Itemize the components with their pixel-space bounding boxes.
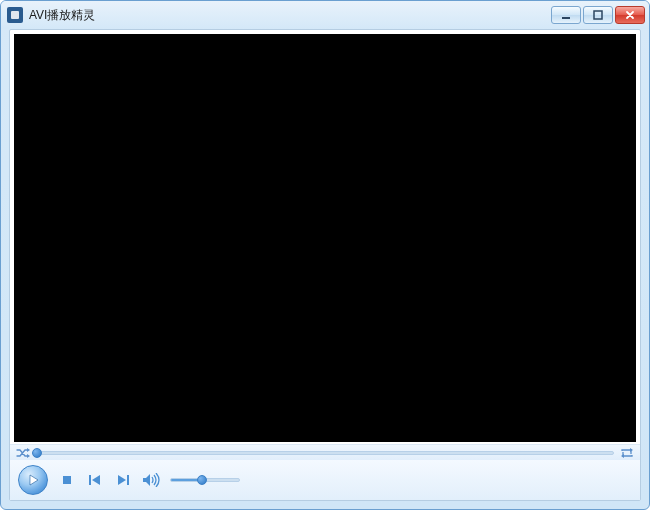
app-icon [7, 7, 23, 23]
controls-row [10, 460, 640, 500]
seek-thumb[interactable] [32, 448, 42, 458]
svg-rect-0 [11, 11, 19, 19]
svg-rect-3 [63, 476, 71, 484]
seekbar-row [10, 444, 640, 460]
volume-icon[interactable] [142, 471, 160, 489]
video-area[interactable] [14, 34, 636, 442]
svg-rect-5 [127, 475, 129, 485]
repeat-icon[interactable] [620, 448, 634, 458]
volume-slider[interactable] [170, 478, 240, 482]
seek-slider[interactable] [36, 451, 614, 455]
next-button[interactable] [114, 471, 132, 489]
app-window: AVI播放精灵 [0, 0, 650, 510]
minimize-button[interactable] [551, 6, 581, 24]
volume-thumb[interactable] [197, 475, 207, 485]
play-button[interactable] [18, 465, 48, 495]
previous-button[interactable] [86, 471, 104, 489]
titlebar[interactable]: AVI播放精灵 [1, 1, 649, 29]
svg-rect-4 [89, 475, 91, 485]
client-area [9, 29, 641, 501]
shuffle-icon[interactable] [16, 448, 30, 458]
svg-rect-1 [562, 17, 570, 19]
maximize-button[interactable] [583, 6, 613, 24]
svg-rect-2 [594, 11, 602, 19]
stop-button[interactable] [58, 471, 76, 489]
close-button[interactable] [615, 6, 645, 24]
window-title: AVI播放精灵 [29, 7, 551, 24]
caption-buttons [551, 6, 645, 24]
